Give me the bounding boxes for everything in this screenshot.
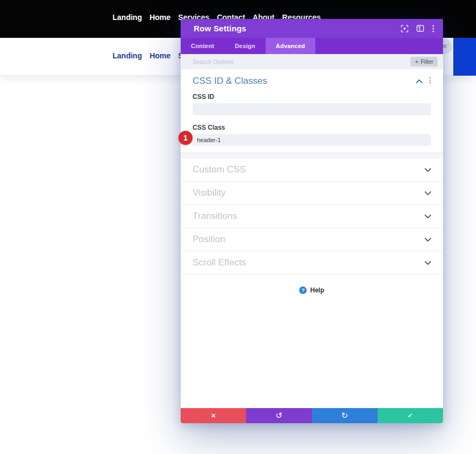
layout-columns-icon[interactable] [416,25,424,32]
check-icon: ✓ [407,412,413,419]
close-x-icon: ✕ [211,412,216,419]
section-transitions-title: Transitions [193,211,237,222]
page: Landing Home Services Contact About Reso… [0,0,476,454]
sub-nav-item-landing[interactable]: Landing [113,50,142,61]
css-class-field-group: CSS Class [193,124,431,146]
chevron-down-icon [425,191,431,195]
options-search-bar: + Filter [181,54,443,69]
search-options-input[interactable] [193,58,411,65]
css-id-label: CSS ID [193,93,431,101]
redo-icon: ↻ [341,411,348,420]
tab-content[interactable]: Content [181,38,224,54]
chevron-down-icon [425,215,431,218]
css-section-controls [416,76,431,86]
section-position[interactable]: Position [181,228,443,251]
modal-footer: ✕ ↺ ↻ ✓ [181,408,443,423]
section-divider [181,152,443,158]
header-blue-block [453,38,476,76]
plus-icon: + [415,59,418,65]
modal-tabbar: Content Design Advanced [181,38,443,54]
chevron-up-icon[interactable] [416,79,422,83]
row-settings-modal: Row Settings [181,19,443,423]
modal-header[interactable]: Row Settings [181,19,443,38]
section-custom-css[interactable]: Custom CSS [181,158,443,182]
chevron-down-icon [425,261,431,265]
help-question-icon: ? [299,286,307,294]
chevron-down-icon [425,238,431,242]
section-custom-css-title: Custom CSS [193,164,246,175]
section-visibility[interactable]: Visibility [181,182,443,205]
section-position-title: Position [193,234,225,245]
section-kebab-icon[interactable] [429,76,431,86]
css-id-input[interactable] [193,103,431,115]
content-filler [181,306,443,408]
section-transitions[interactable]: Transitions [181,205,443,228]
sub-nav-item-home[interactable]: Home [149,50,170,61]
undo-button[interactable]: ↺ [246,408,312,423]
hover-mode-icon[interactable] [401,25,408,32]
top-nav-item-home[interactable]: Home [149,12,170,23]
kebab-menu-icon[interactable] [432,25,434,32]
css-id-field-group: CSS ID [193,93,431,115]
css-id-classes-title: CSS ID & Classes [193,76,267,86]
tab-design[interactable]: Design [224,38,266,54]
help-row: ? Help [181,275,443,306]
modal-content: CSS ID & Classes [181,69,443,408]
redo-button[interactable]: ↻ [312,408,378,423]
tab-advanced[interactable]: Advanced [266,38,315,54]
chevron-down-icon [425,168,431,172]
css-id-classes-section: CSS ID & Classes [181,69,443,152]
section-scroll-effects-title: Scroll Effects [193,257,246,268]
discard-button[interactable]: ✕ [181,408,246,423]
help-link[interactable]: ? Help [299,286,324,294]
modal-title: Row Settings [194,24,246,33]
save-button[interactable]: ✓ [378,408,443,423]
filter-button-label: Filter [421,58,433,65]
top-nav-item-landing[interactable]: Landing [113,12,142,23]
filter-button[interactable]: + Filter [411,57,438,66]
help-label: Help [310,286,324,294]
modal-header-icons [401,25,434,32]
annotation-badge-1: 1 [178,131,193,145]
undo-icon: ↺ [276,411,283,420]
section-visibility-title: Visibility [193,188,226,198]
css-id-classes-header[interactable]: CSS ID & Classes [193,76,431,86]
css-class-input[interactable] [193,134,431,146]
section-scroll-effects[interactable]: Scroll Effects [181,251,443,275]
css-class-label: CSS Class [193,124,431,131]
